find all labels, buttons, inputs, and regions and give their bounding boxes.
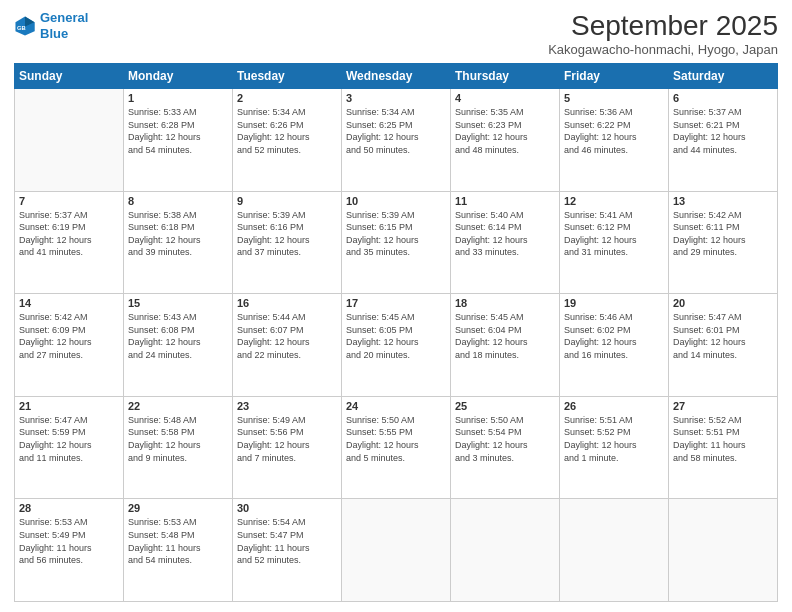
calendar-cell: 6Sunrise: 5:37 AM Sunset: 6:21 PM Daylig… xyxy=(669,89,778,192)
calendar-cell: 28Sunrise: 5:53 AM Sunset: 5:49 PM Dayli… xyxy=(15,499,124,602)
day-number: 9 xyxy=(237,195,337,207)
calendar-cell: 25Sunrise: 5:50 AM Sunset: 5:54 PM Dayli… xyxy=(451,396,560,499)
cell-info: Sunrise: 5:52 AM Sunset: 5:51 PM Dayligh… xyxy=(673,414,773,464)
calendar-cell: 17Sunrise: 5:45 AM Sunset: 6:05 PM Dayli… xyxy=(342,294,451,397)
day-number: 26 xyxy=(564,400,664,412)
calendar-cell xyxy=(342,499,451,602)
header: GB General Blue September 2025 Kakogawac… xyxy=(14,10,778,57)
cell-info: Sunrise: 5:44 AM Sunset: 6:07 PM Dayligh… xyxy=(237,311,337,361)
day-number: 10 xyxy=(346,195,446,207)
calendar-cell: 26Sunrise: 5:51 AM Sunset: 5:52 PM Dayli… xyxy=(560,396,669,499)
calendar-cell: 7Sunrise: 5:37 AM Sunset: 6:19 PM Daylig… xyxy=(15,191,124,294)
cell-info: Sunrise: 5:49 AM Sunset: 5:56 PM Dayligh… xyxy=(237,414,337,464)
day-number: 14 xyxy=(19,297,119,309)
calendar-cell: 18Sunrise: 5:45 AM Sunset: 6:04 PM Dayli… xyxy=(451,294,560,397)
logo-line2: Blue xyxy=(40,26,68,41)
day-number: 6 xyxy=(673,92,773,104)
svg-text:GB: GB xyxy=(17,24,26,30)
calendar-cell: 1Sunrise: 5:33 AM Sunset: 6:28 PM Daylig… xyxy=(124,89,233,192)
day-number: 24 xyxy=(346,400,446,412)
calendar-cell: 30Sunrise: 5:54 AM Sunset: 5:47 PM Dayli… xyxy=(233,499,342,602)
day-header: Tuesday xyxy=(233,64,342,89)
calendar-cell xyxy=(560,499,669,602)
day-number: 29 xyxy=(128,502,228,514)
calendar-cell: 5Sunrise: 5:36 AM Sunset: 6:22 PM Daylig… xyxy=(560,89,669,192)
day-number: 30 xyxy=(237,502,337,514)
calendar-cell: 10Sunrise: 5:39 AM Sunset: 6:15 PM Dayli… xyxy=(342,191,451,294)
cell-info: Sunrise: 5:42 AM Sunset: 6:09 PM Dayligh… xyxy=(19,311,119,361)
calendar-cell: 22Sunrise: 5:48 AM Sunset: 5:58 PM Dayli… xyxy=(124,396,233,499)
calendar-cell: 23Sunrise: 5:49 AM Sunset: 5:56 PM Dayli… xyxy=(233,396,342,499)
day-number: 27 xyxy=(673,400,773,412)
day-number: 25 xyxy=(455,400,555,412)
calendar-cell: 3Sunrise: 5:34 AM Sunset: 6:25 PM Daylig… xyxy=(342,89,451,192)
page: GB General Blue September 2025 Kakogawac… xyxy=(0,0,792,612)
cell-info: Sunrise: 5:33 AM Sunset: 6:28 PM Dayligh… xyxy=(128,106,228,156)
calendar-week-row: 1Sunrise: 5:33 AM Sunset: 6:28 PM Daylig… xyxy=(15,89,778,192)
cell-info: Sunrise: 5:43 AM Sunset: 6:08 PM Dayligh… xyxy=(128,311,228,361)
cell-info: Sunrise: 5:37 AM Sunset: 6:19 PM Dayligh… xyxy=(19,209,119,259)
cell-info: Sunrise: 5:37 AM Sunset: 6:21 PM Dayligh… xyxy=(673,106,773,156)
cell-info: Sunrise: 5:47 AM Sunset: 5:59 PM Dayligh… xyxy=(19,414,119,464)
calendar-cell xyxy=(451,499,560,602)
day-number: 17 xyxy=(346,297,446,309)
day-number: 16 xyxy=(237,297,337,309)
day-number: 5 xyxy=(564,92,664,104)
calendar-week-row: 7Sunrise: 5:37 AM Sunset: 6:19 PM Daylig… xyxy=(15,191,778,294)
day-number: 22 xyxy=(128,400,228,412)
day-header: Monday xyxy=(124,64,233,89)
calendar-cell xyxy=(669,499,778,602)
day-number: 18 xyxy=(455,297,555,309)
day-number: 4 xyxy=(455,92,555,104)
calendar-cell: 29Sunrise: 5:53 AM Sunset: 5:48 PM Dayli… xyxy=(124,499,233,602)
calendar-cell: 15Sunrise: 5:43 AM Sunset: 6:08 PM Dayli… xyxy=(124,294,233,397)
calendar-header-row: SundayMondayTuesdayWednesdayThursdayFrid… xyxy=(15,64,778,89)
cell-info: Sunrise: 5:48 AM Sunset: 5:58 PM Dayligh… xyxy=(128,414,228,464)
day-number: 12 xyxy=(564,195,664,207)
day-number: 28 xyxy=(19,502,119,514)
cell-info: Sunrise: 5:50 AM Sunset: 5:54 PM Dayligh… xyxy=(455,414,555,464)
calendar-cell: 8Sunrise: 5:38 AM Sunset: 6:18 PM Daylig… xyxy=(124,191,233,294)
day-number: 15 xyxy=(128,297,228,309)
calendar-table: SundayMondayTuesdayWednesdayThursdayFrid… xyxy=(14,63,778,602)
calendar-cell: 14Sunrise: 5:42 AM Sunset: 6:09 PM Dayli… xyxy=(15,294,124,397)
cell-info: Sunrise: 5:45 AM Sunset: 6:04 PM Dayligh… xyxy=(455,311,555,361)
calendar-cell: 12Sunrise: 5:41 AM Sunset: 6:12 PM Dayli… xyxy=(560,191,669,294)
title-block: September 2025 Kakogawacho-honmachi, Hyo… xyxy=(548,10,778,57)
day-number: 3 xyxy=(346,92,446,104)
day-header: Thursday xyxy=(451,64,560,89)
day-number: 11 xyxy=(455,195,555,207)
cell-info: Sunrise: 5:35 AM Sunset: 6:23 PM Dayligh… xyxy=(455,106,555,156)
cell-info: Sunrise: 5:38 AM Sunset: 6:18 PM Dayligh… xyxy=(128,209,228,259)
cell-info: Sunrise: 5:45 AM Sunset: 6:05 PM Dayligh… xyxy=(346,311,446,361)
day-header: Sunday xyxy=(15,64,124,89)
calendar-cell: 2Sunrise: 5:34 AM Sunset: 6:26 PM Daylig… xyxy=(233,89,342,192)
cell-info: Sunrise: 5:42 AM Sunset: 6:11 PM Dayligh… xyxy=(673,209,773,259)
cell-info: Sunrise: 5:34 AM Sunset: 6:26 PM Dayligh… xyxy=(237,106,337,156)
calendar-week-row: 28Sunrise: 5:53 AM Sunset: 5:49 PM Dayli… xyxy=(15,499,778,602)
day-number: 7 xyxy=(19,195,119,207)
calendar-cell: 4Sunrise: 5:35 AM Sunset: 6:23 PM Daylig… xyxy=(451,89,560,192)
cell-info: Sunrise: 5:50 AM Sunset: 5:55 PM Dayligh… xyxy=(346,414,446,464)
calendar-week-row: 21Sunrise: 5:47 AM Sunset: 5:59 PM Dayli… xyxy=(15,396,778,499)
cell-info: Sunrise: 5:51 AM Sunset: 5:52 PM Dayligh… xyxy=(564,414,664,464)
cell-info: Sunrise: 5:46 AM Sunset: 6:02 PM Dayligh… xyxy=(564,311,664,361)
cell-info: Sunrise: 5:53 AM Sunset: 5:49 PM Dayligh… xyxy=(19,516,119,566)
cell-info: Sunrise: 5:40 AM Sunset: 6:14 PM Dayligh… xyxy=(455,209,555,259)
day-header: Wednesday xyxy=(342,64,451,89)
calendar-cell: 27Sunrise: 5:52 AM Sunset: 5:51 PM Dayli… xyxy=(669,396,778,499)
cell-info: Sunrise: 5:39 AM Sunset: 6:16 PM Dayligh… xyxy=(237,209,337,259)
day-number: 2 xyxy=(237,92,337,104)
calendar-cell: 19Sunrise: 5:46 AM Sunset: 6:02 PM Dayli… xyxy=(560,294,669,397)
day-number: 8 xyxy=(128,195,228,207)
day-header: Friday xyxy=(560,64,669,89)
calendar-cell: 11Sunrise: 5:40 AM Sunset: 6:14 PM Dayli… xyxy=(451,191,560,294)
location: Kakogawacho-honmachi, Hyogo, Japan xyxy=(548,42,778,57)
logo-line1: General xyxy=(40,10,88,25)
logo-text: General Blue xyxy=(40,10,88,41)
calendar-cell: 21Sunrise: 5:47 AM Sunset: 5:59 PM Dayli… xyxy=(15,396,124,499)
calendar-week-row: 14Sunrise: 5:42 AM Sunset: 6:09 PM Dayli… xyxy=(15,294,778,397)
cell-info: Sunrise: 5:39 AM Sunset: 6:15 PM Dayligh… xyxy=(346,209,446,259)
calendar-cell: 24Sunrise: 5:50 AM Sunset: 5:55 PM Dayli… xyxy=(342,396,451,499)
month-title: September 2025 xyxy=(548,10,778,42)
